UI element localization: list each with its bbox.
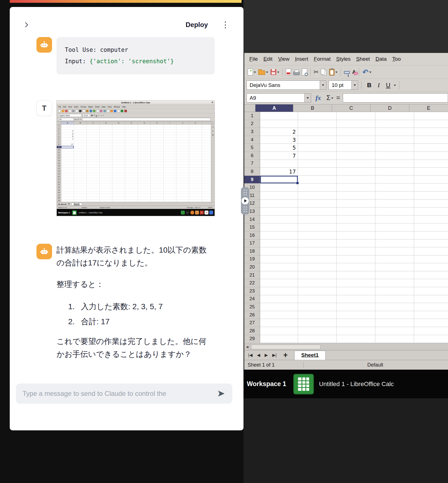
- cell-a2[interactable]: [260, 120, 298, 128]
- sheet-cells-row-4[interactable]: [298, 136, 448, 144]
- row-header-4[interactable]: 4: [244, 136, 260, 144]
- row-header-28[interactable]: 28: [244, 327, 260, 335]
- menu-item-window[interactable]: Window: [114, 106, 120, 108]
- font-name-combo[interactable]: DejaVu Sans: [247, 80, 326, 90]
- scroll-left-icon[interactable]: ◀: [244, 343, 250, 350]
- sheet-cells-row-24[interactable]: [298, 295, 448, 303]
- menu-item-sheet[interactable]: Sheet: [95, 106, 100, 108]
- first-sheet-button[interactable]: |◀: [246, 353, 255, 358]
- menu-item-data[interactable]: Data: [102, 106, 105, 108]
- cell-a3[interactable]: 2: [260, 128, 298, 136]
- menu-item-format[interactable]: Format: [311, 56, 333, 62]
- sheet-cells-row-25[interactable]: [298, 303, 448, 311]
- cell-a1[interactable]: [260, 112, 298, 120]
- sheet-cells-row-6[interactable]: [298, 152, 448, 160]
- menu-item-styles[interactable]: Styles: [333, 56, 353, 62]
- menu-item-file[interactable]: File: [58, 106, 61, 108]
- row-header-15[interactable]: 15: [244, 223, 260, 231]
- panel-drag-handle[interactable]: [241, 187, 249, 214]
- sheet-cells-row-21[interactable]: [298, 271, 448, 279]
- font-size-dropdown-button[interactable]: [351, 81, 358, 89]
- deploy-button[interactable]: Deploy: [186, 21, 208, 29]
- italic-button[interactable]: I: [374, 82, 383, 89]
- cell-a4[interactable]: 3: [260, 136, 298, 144]
- collapse-chevron-icon[interactable]: [22, 20, 31, 29]
- open-button[interactable]: [257, 67, 269, 78]
- horizontal-scrollbar[interactable]: ◀: [244, 343, 448, 350]
- menu-item-tools[interactable]: Tools: [107, 106, 112, 108]
- clear-formatting-button[interactable]: A: [351, 67, 357, 78]
- last-sheet-button[interactable]: ▶|: [270, 353, 279, 358]
- cell-a23[interactable]: [260, 287, 298, 295]
- undo-button[interactable]: ↶: [361, 67, 373, 78]
- cell-a17[interactable]: [260, 240, 298, 248]
- scrollbar-thumb[interactable]: [251, 345, 321, 349]
- sheet-cells-row-16[interactable]: [298, 231, 448, 240]
- cell-a13[interactable]: [260, 208, 298, 216]
- sheet-cells-row-1[interactable]: [298, 112, 448, 120]
- sheet-cells-row-22[interactable]: [298, 279, 448, 287]
- cell-a12[interactable]: [260, 200, 298, 208]
- cell-a11[interactable]: [260, 192, 298, 200]
- menu-item-edit[interactable]: Edit: [261, 56, 275, 62]
- copy-button[interactable]: [320, 67, 328, 78]
- cell-a19[interactable]: [260, 255, 298, 264]
- next-sheet-button[interactable]: ▶: [262, 353, 270, 358]
- sheet-cells-row-28[interactable]: [298, 327, 448, 335]
- sheet-cells-row-10[interactable]: [298, 184, 448, 192]
- sheet-cells-row-20[interactable]: [298, 263, 448, 271]
- paste-button[interactable]: [328, 67, 339, 78]
- row-header-23[interactable]: 23: [244, 287, 260, 295]
- menu-item-too[interactable]: Too: [390, 56, 404, 62]
- row-header-16[interactable]: 16: [244, 231, 260, 240]
- sheet-cells-row-18[interactable]: [298, 247, 448, 255]
- sheet-cells-row-12[interactable]: [298, 200, 448, 208]
- row-header-27[interactable]: 27: [244, 319, 260, 327]
- workspace-label[interactable]: Workspace 1: [247, 380, 286, 388]
- bold-button[interactable]: B: [365, 82, 374, 89]
- menu-item-format[interactable]: Format: [80, 106, 86, 108]
- row-header-17[interactable]: 17: [244, 240, 260, 248]
- underline-dropdown-caret-icon[interactable]: [394, 85, 396, 87]
- cell-a26[interactable]: [260, 311, 298, 319]
- cell-a21[interactable]: [260, 271, 298, 279]
- sum-icon[interactable]: Σ: [326, 94, 330, 102]
- underline-button[interactable]: U: [383, 82, 393, 89]
- row-header-5[interactable]: 5: [244, 144, 260, 152]
- screenshot-thumbnail[interactable]: Untitled 1 - LibreOffice Calc × FileEdit…: [56, 100, 215, 216]
- save-button[interactable]: [269, 67, 280, 78]
- cell-a9[interactable]: [260, 176, 298, 184]
- column-header-e[interactable]: E: [409, 104, 448, 112]
- sheet-cells-row-8[interactable]: [298, 168, 448, 176]
- menu-item-insert[interactable]: Insert: [292, 56, 311, 62]
- menu-item-edit[interactable]: Edit: [63, 106, 66, 108]
- print-preview-button[interactable]: [301, 67, 308, 78]
- sheet-cells-row-26[interactable]: [298, 311, 448, 319]
- cell-a16[interactable]: [260, 231, 298, 240]
- sum-dropdown-caret-icon[interactable]: [331, 97, 333, 100]
- sheet-cells-row-29[interactable]: [298, 335, 448, 343]
- print-button[interactable]: [292, 67, 301, 78]
- sheet-cells-row-27[interactable]: [298, 319, 448, 327]
- send-icon[interactable]: [217, 389, 226, 399]
- row-header-9[interactable]: 9: [244, 176, 260, 184]
- select-all-corner[interactable]: [244, 104, 255, 112]
- new-document-button[interactable]: [247, 67, 257, 78]
- cell-a27[interactable]: [260, 319, 298, 327]
- row-header-26[interactable]: 26: [244, 311, 260, 319]
- font-name-dropdown-button[interactable]: [320, 81, 326, 89]
- sheet-cells-row-5[interactable]: [298, 144, 448, 152]
- cell-a28[interactable]: [260, 327, 298, 335]
- cell-a25[interactable]: [260, 303, 298, 311]
- cell-a6[interactable]: 7: [260, 152, 298, 160]
- menu-item-data[interactable]: Data: [373, 56, 389, 62]
- libreoffice-calc-taskbar-icon[interactable]: [293, 374, 314, 394]
- cell-a14[interactable]: [260, 216, 298, 224]
- cell-a20[interactable]: [260, 263, 298, 271]
- sheet-cells-row-17[interactable]: [298, 240, 448, 248]
- row-header-1[interactable]: 1: [244, 112, 260, 120]
- name-box-dropdown-button[interactable]: [304, 94, 311, 102]
- expand-panel-icon[interactable]: [242, 197, 249, 204]
- function-wizard-icon[interactable]: fx: [316, 94, 321, 102]
- cut-button[interactable]: ✂: [312, 67, 320, 78]
